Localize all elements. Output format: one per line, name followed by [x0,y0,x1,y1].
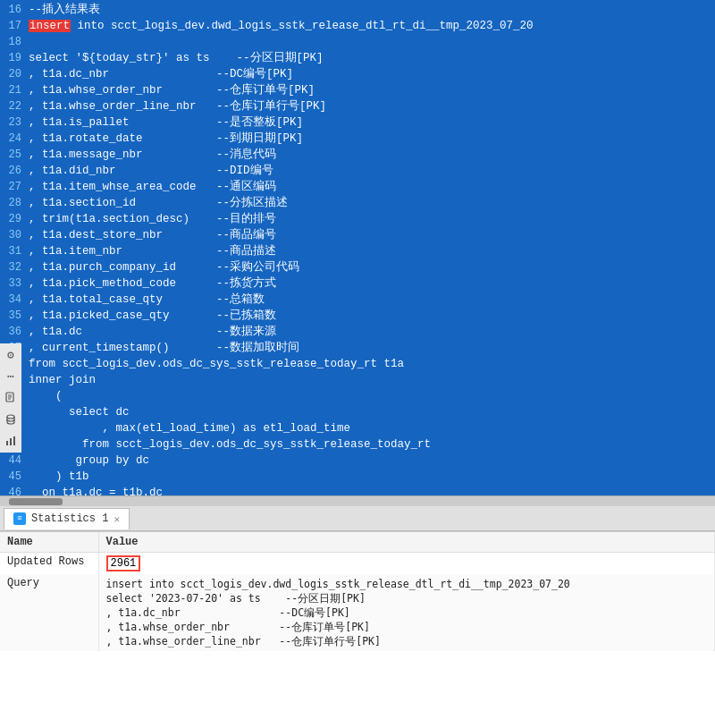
line-content: from scct_logis_dev.ods_dc_sys_sstk_rele… [29,356,715,372]
tab-label: Statistics 1 [31,512,108,525]
line-content: , trim(t1a.section_desc) --目的排号 [29,211,715,227]
code-line: 30, t1a.dest_store_nbr --商品编号 [0,227,715,243]
line-content: , t1a.dc_nbr --DC编号[PK] [29,66,715,82]
line-number: 16 [0,2,29,18]
line-content: , t1a.did_nbr --DID编号 [29,163,715,179]
horizontal-scrollbar[interactable] [0,495,715,506]
tab-statistics[interactable]: ≡ Statistics 1 ✕ [4,508,130,529]
code-line: 16--插入结果表 [0,2,715,18]
svg-point-4 [7,415,14,419]
tab-bar: ≡ Statistics 1 ✕ [0,506,715,531]
line-number: 24 [0,131,29,147]
code-line: 40 ( [0,388,715,404]
line-content: , t1a.item_whse_area_code --通区编码 [29,179,715,195]
left-sidebar-icons: ⚙ ⋯ [0,343,21,453]
code-line: 24, t1a.rotate_date --到期日期[PK] [0,131,715,147]
code-line: 44 group by dc [0,453,715,469]
svg-rect-7 [13,436,15,445]
line-number: 35 [0,308,29,324]
line-number: 18 [0,34,29,50]
code-line: 38from scct_logis_dev.ods_dc_sys_sstk_re… [0,356,715,372]
code-line: 28, t1a.section_id --分拣区描述 [0,195,715,211]
stats-row-name: Query [0,574,98,651]
line-content: , t1a.item_nbr --商品描述 [29,243,715,259]
line-content: , t1a.rotate_date --到期日期[PK] [29,131,715,147]
code-line: 19select '${today_str}' as ts --分区日期[PK] [0,50,715,66]
code-line: 43 from scct_logis_dev.ods_dc_sys_sstk_r… [0,436,715,453]
code-editor: 16--插入结果表17insert into scct_logis_dev.dw… [0,0,715,506]
line-content: , max(etl_load_time) as etl_load_time [29,420,715,436]
code-line: 32, t1a.purch_company_id --采购公司代码 [0,259,715,275]
line-content: , current_timestamp() --数据加取时间 [29,340,715,356]
line-number: 33 [0,275,29,292]
line-content: inner join [29,372,715,388]
line-content: select dc [29,404,715,420]
line-number: 36 [0,324,29,340]
line-number: 44 [0,453,29,469]
dots-icon[interactable]: ⋯ [3,368,19,385]
line-content: from scct_logis_dev.ods_dc_sys_sstk_rele… [29,436,715,453]
line-content: , t1a.whse_order_line_nbr --仓库订单行号[PK] [29,98,715,114]
value-highlight-badge: 2961 [106,555,141,571]
line-content: select '${today_str}' as ts --分区日期[PK] [29,50,715,66]
doc-icon[interactable] [3,390,19,406]
stats-table: Name Value Updated Rows2961Queryinsert i… [0,532,715,651]
code-scroll-area[interactable]: 16--插入结果表17insert into scct_logis_dev.dw… [0,0,715,495]
line-content: , t1a.dc --数据来源 [29,324,715,340]
line-number: 45 [0,469,29,485]
code-line: 23, t1a.is_pallet --是否整板[PK] [0,114,715,131]
line-content: , t1a.pick_method_code --拣货方式 [29,275,715,292]
db-icon[interactable] [3,411,19,427]
stats-row-value: insert into scct_logis_dev.dwd_logis_sst… [98,574,715,651]
line-number: 30 [0,227,29,243]
stats-row-name: Updated Rows [0,553,98,575]
line-content: , t1a.whse_order_nbr --仓库订单号[PK] [29,82,715,98]
query-text: insert into scct_logis_dev.dwd_logis_sst… [106,578,570,648]
line-number: 25 [0,147,29,163]
code-line: 27, t1a.item_whse_area_code --通区编码 [0,179,715,195]
line-number: 28 [0,195,29,211]
chart-icon[interactable] [3,433,19,449]
line-content: ( [29,388,715,404]
line-content: --插入结果表 [29,2,715,18]
line-number: 19 [0,50,29,66]
line-content: , t1a.message_nbr --消息代码 [29,147,715,163]
code-line: 26, t1a.did_nbr --DID编号 [0,163,715,179]
line-number: 32 [0,259,29,275]
code-line: 21, t1a.whse_order_nbr --仓库订单号[PK] [0,82,715,98]
gear-icon[interactable]: ⚙ [3,347,19,363]
line-content: , t1a.dest_store_nbr --商品编号 [29,227,715,243]
line-content: ) t1b [29,469,715,485]
svg-rect-6 [10,438,12,445]
line-number: 29 [0,211,29,227]
line-content: , t1a.section_id --分拣区描述 [29,195,715,211]
code-line: 46 on t1a.dc = t1b.dc [0,485,715,495]
line-number: 46 [0,485,29,495]
line-content: , t1a.picked_case_qty --已拣箱数 [29,308,715,324]
line-number: 34 [0,292,29,308]
code-line: 45 ) t1b [0,469,715,485]
stats-row-value: 2961 [98,553,715,575]
col-header-value: Value [98,532,715,553]
code-line: 36, t1a.dc --数据来源 [0,324,715,340]
code-line: 29, trim(t1a.section_desc) --目的排号 [0,211,715,227]
line-content: insert into scct_logis_dev.dwd_logis_sst… [29,18,715,34]
line-content: group by dc [29,453,715,469]
svg-rect-5 [6,441,8,445]
code-line: 41 select dc [0,404,715,420]
statistics-panel: Name Value Updated Rows2961Queryinsert i… [0,531,715,728]
code-line: 20, t1a.dc_nbr --DC编号[PK] [0,66,715,82]
line-content: , t1a.total_case_qty --总箱数 [29,292,715,308]
line-number: 23 [0,114,29,131]
stats-row: Queryinsert into scct_logis_dev.dwd_logi… [0,574,715,651]
code-line: 35, t1a.picked_case_qty --已拣箱数 [0,308,715,324]
code-line: 34, t1a.total_case_qty --总箱数 [0,292,715,308]
insert-keyword: insert [29,20,71,32]
code-line: 18 [0,34,715,50]
line-number: 27 [0,179,29,195]
code-line: 31, t1a.item_nbr --商品描述 [0,243,715,259]
scrollbar-thumb[interactable] [9,498,63,505]
line-number: 31 [0,243,29,259]
tab-close-button[interactable]: ✕ [114,513,120,525]
line-content: , t1a.is_pallet --是否整板[PK] [29,114,715,131]
